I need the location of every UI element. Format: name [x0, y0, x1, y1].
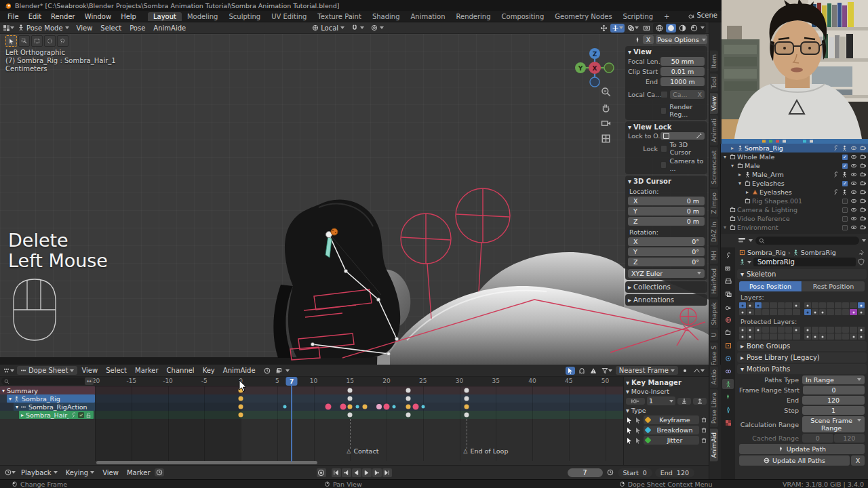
unlock-icon[interactable] [85, 412, 92, 418]
use-preview-range-button[interactable] [606, 468, 615, 476]
hide-eye-toggle[interactable] [850, 145, 857, 151]
n-panel-tab-view[interactable]: View [710, 93, 718, 114]
cursor-location-x-field[interactable]: X0 m [628, 197, 705, 205]
outliner-row-whole-male[interactable]: ▾Whole Male✓ [721, 152, 868, 161]
motion-paths-row-value[interactable]: In Range [802, 375, 865, 384]
layer-cell[interactable] [827, 327, 833, 333]
channel-search-input[interactable] [1, 378, 88, 385]
layer-cell[interactable] [850, 333, 856, 340]
timeline-ruler[interactable]: -20-15-10-505101520253035404550 [0, 377, 624, 387]
clear-paths-button[interactable]: X [851, 455, 865, 466]
disclosure-arrow[interactable]: ▾ [724, 154, 730, 160]
add-workspace-button[interactable]: + [658, 12, 675, 21]
pose-options-dropdown[interactable]: Pose Options [656, 35, 707, 44]
copy-button[interactable] [274, 367, 283, 375]
layer-cell[interactable] [770, 327, 776, 333]
overlays-button[interactable] [626, 24, 640, 33]
dope-editor-icon[interactable] [3, 367, 10, 374]
material-shading-button[interactable] [677, 24, 688, 33]
properties-tab-world-icon[interactable] [722, 314, 734, 325]
n-panel-tab-mh[interactable]: MH [710, 247, 718, 264]
layer-cell[interactable] [739, 333, 746, 340]
lock-3d-cursor-checkbox[interactable] [660, 145, 667, 152]
layer-cell[interactable] [762, 309, 769, 315]
keyframe[interactable] [465, 388, 469, 393]
collection-checkbox[interactable]: ✓ [842, 155, 848, 160]
fake-user-shield-icon[interactable] [858, 258, 865, 266]
layer-cell[interactable] [785, 302, 792, 308]
properties-tab-output-icon[interactable] [722, 276, 734, 286]
motion-paths-row-value[interactable]: Scene Frame Range [802, 416, 865, 432]
properties-tab-scene-icon[interactable] [722, 302, 734, 312]
keyframe[interactable] [348, 396, 353, 401]
pose-mode-dropdown[interactable]: Pose Mode [14, 24, 73, 33]
snap-mode-dropdown[interactable]: Nearest Frame [616, 366, 678, 375]
keyframe[interactable] [465, 396, 469, 401]
layer-cell[interactable] [793, 333, 800, 340]
properties-tab-constraint-icon[interactable] [722, 366, 734, 376]
layer-cell[interactable] [858, 333, 865, 340]
delete-type-button[interactable] [701, 417, 707, 423]
solid-shading-button[interactable] [666, 24, 676, 33]
dope-menu-marker[interactable]: Marker [131, 366, 163, 375]
deselect-type-button[interactable] [635, 417, 642, 424]
keyframe[interactable] [376, 404, 382, 409]
keyframe[interactable] [392, 405, 395, 409]
lock-to-object-field[interactable] [660, 132, 705, 140]
keyframe[interactable] [239, 405, 243, 409]
prev-key-button[interactable] [342, 468, 351, 477]
render-camera-toggle[interactable] [860, 171, 867, 178]
section-annotations[interactable]: ▸Annotations [625, 294, 707, 306]
scene-selector[interactable]: Scene [688, 12, 718, 19]
layer-cell[interactable] [827, 333, 833, 340]
grid-icon[interactable] [3, 24, 10, 32]
keyframe[interactable] [406, 413, 411, 418]
keyframe[interactable] [356, 405, 359, 409]
layer-cell[interactable] [850, 327, 856, 333]
layer-cell[interactable] [747, 309, 753, 315]
layer-cell[interactable] [835, 327, 842, 333]
keyframe[interactable] [348, 413, 353, 418]
layer-cell[interactable] [785, 327, 792, 333]
dope-menu-view[interactable]: View [77, 366, 102, 375]
key-nudge-left-button[interactable] [626, 398, 645, 405]
collection-checkbox[interactable] [842, 199, 848, 204]
layer-cell[interactable] [762, 327, 769, 333]
viewport-3d[interactable]: Pose ModeViewSelectPoseAnimAideLocal [0, 22, 709, 365]
layer-cell[interactable] [842, 327, 849, 333]
workspace-tab-modeling[interactable]: Modeling [182, 12, 224, 21]
workspace-tab-scripting[interactable]: Scripting [618, 12, 658, 21]
collection-checkbox[interactable] [842, 225, 848, 230]
layer-cell[interactable] [858, 309, 865, 315]
layer-cell[interactable] [819, 309, 826, 315]
layer-cell[interactable] [755, 327, 762, 333]
disclosure-arrow[interactable]: ▾ [9, 396, 12, 402]
keytype-jitter[interactable]: Jitter [644, 436, 699, 445]
box-select-tool[interactable] [31, 35, 43, 47]
workspace-tab-rendering[interactable]: Rendering [450, 12, 496, 21]
record-button[interactable] [317, 468, 326, 477]
workspace-tab-animation[interactable]: Animation [406, 12, 451, 21]
clock-button[interactable] [262, 367, 272, 375]
outliner-row-camera-lighting[interactable]: Camera & Lighting [721, 205, 868, 214]
layer-cell[interactable] [842, 309, 849, 315]
n-panel-tab-item[interactable]: Item [710, 51, 718, 72]
keyframe[interactable] [239, 413, 243, 418]
motion-paths-section-header[interactable]: ▾Motion Paths [737, 364, 867, 374]
play-reverse-button[interactable] [352, 468, 361, 477]
keyframe[interactable] [406, 388, 411, 393]
layer-cell[interactable] [785, 333, 792, 340]
pin-icon[interactable] [859, 249, 865, 256]
keyframe[interactable] [413, 404, 419, 410]
outliner-row-eyelashes[interactable]: ▸Eyelashes [721, 188, 868, 197]
outliner-row-environment[interactable]: ▾Environment [721, 223, 868, 232]
dope-tab-pose-libra[interactable]: Pose Libra [710, 389, 718, 427]
motion-paths-row-value[interactable]: 1 [802, 406, 865, 415]
deselect-type-button[interactable] [635, 427, 642, 434]
rendered-shading-button[interactable] [689, 24, 699, 33]
cursor-rotation-y-field[interactable]: Y0° [628, 247, 705, 256]
wrench-icon[interactable] [71, 412, 77, 418]
properties-tab-armature-data-icon[interactable] [722, 379, 734, 389]
layer-cell[interactable] [739, 302, 746, 308]
keyframe[interactable] [326, 404, 332, 410]
